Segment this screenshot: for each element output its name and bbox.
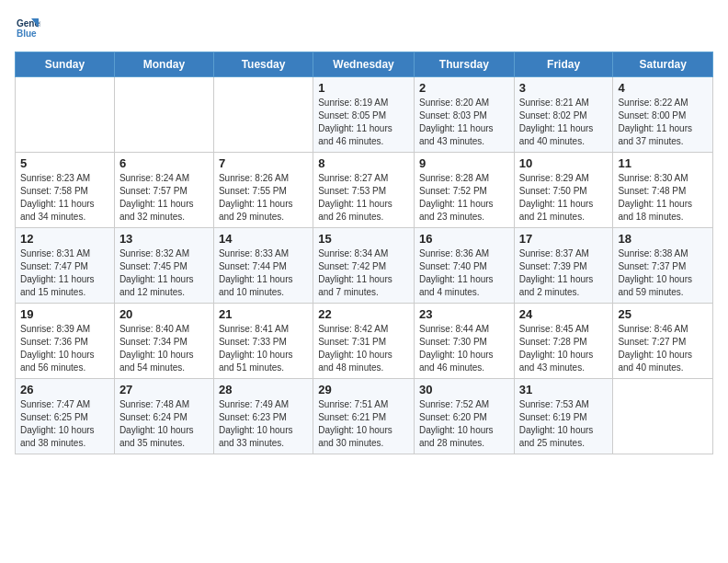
day-info: Sunrise: 7:49 AM Sunset: 6:23 PM Dayligh…	[219, 398, 308, 450]
day-info: Sunrise: 7:51 AM Sunset: 6:21 PM Dayligh…	[318, 398, 409, 450]
calendar-cell: 26Sunrise: 7:47 AM Sunset: 6:25 PM Dayli…	[16, 379, 115, 454]
day-info: Sunrise: 8:36 AM Sunset: 7:40 PM Dayligh…	[419, 247, 509, 299]
day-info: Sunrise: 8:34 AM Sunset: 7:42 PM Dayligh…	[318, 247, 409, 299]
day-info: Sunrise: 8:22 AM Sunset: 8:00 PM Dayligh…	[618, 97, 708, 148]
calendar-cell: 28Sunrise: 7:49 AM Sunset: 6:23 PM Dayli…	[213, 379, 313, 454]
day-number: 20	[119, 307, 209, 321]
day-number: 21	[219, 307, 308, 321]
weekday-header-saturday: Saturday	[613, 52, 713, 77]
logo-icon: General Blue	[15, 15, 40, 40]
calendar-cell: 20Sunrise: 8:40 AM Sunset: 7:34 PM Dayli…	[114, 304, 213, 379]
day-number: 3	[519, 81, 609, 95]
day-info: Sunrise: 8:41 AM Sunset: 7:33 PM Dayligh…	[219, 323, 308, 374]
weekday-header-monday: Monday	[114, 52, 213, 77]
day-info: Sunrise: 8:44 AM Sunset: 7:30 PM Dayligh…	[419, 323, 509, 374]
day-info: Sunrise: 8:42 AM Sunset: 7:31 PM Dayligh…	[318, 323, 409, 374]
calendar-week-1: 1Sunrise: 8:19 AM Sunset: 8:05 PM Daylig…	[16, 77, 713, 153]
day-number: 11	[618, 156, 708, 170]
day-number: 13	[119, 232, 209, 246]
day-info: Sunrise: 8:38 AM Sunset: 7:37 PM Dayligh…	[618, 247, 708, 299]
calendar-cell: 6Sunrise: 8:24 AM Sunset: 7:57 PM Daylig…	[114, 153, 213, 228]
day-info: Sunrise: 8:33 AM Sunset: 7:44 PM Dayligh…	[219, 247, 308, 299]
day-number: 25	[618, 307, 708, 321]
day-number: 28	[219, 383, 308, 396]
day-number: 31	[519, 383, 609, 396]
calendar-cell: 22Sunrise: 8:42 AM Sunset: 7:31 PM Dayli…	[313, 304, 415, 379]
weekday-header-sunday: Sunday	[16, 52, 115, 77]
calendar-cell	[613, 379, 713, 454]
calendar-cell: 3Sunrise: 8:21 AM Sunset: 8:02 PM Daylig…	[514, 77, 613, 153]
day-info: Sunrise: 7:47 AM Sunset: 6:25 PM Dayligh…	[20, 398, 109, 450]
day-info: Sunrise: 8:37 AM Sunset: 7:39 PM Dayligh…	[519, 247, 609, 299]
calendar-cell: 2Sunrise: 8:20 AM Sunset: 8:03 PM Daylig…	[414, 77, 514, 153]
day-number: 15	[318, 232, 409, 246]
day-number: 4	[618, 81, 708, 95]
calendar-cell: 29Sunrise: 7:51 AM Sunset: 6:21 PM Dayli…	[313, 379, 415, 454]
calendar-cell: 30Sunrise: 7:52 AM Sunset: 6:20 PM Dayli…	[414, 379, 514, 454]
calendar-cell: 23Sunrise: 8:44 AM Sunset: 7:30 PM Dayli…	[414, 304, 514, 379]
calendar-week-4: 19Sunrise: 8:39 AM Sunset: 7:36 PM Dayli…	[16, 304, 713, 379]
day-info: Sunrise: 8:20 AM Sunset: 8:03 PM Dayligh…	[419, 97, 509, 148]
day-number: 22	[318, 307, 409, 321]
day-info: Sunrise: 8:23 AM Sunset: 7:58 PM Dayligh…	[20, 172, 109, 224]
calendar-cell: 12Sunrise: 8:31 AM Sunset: 7:47 PM Dayli…	[16, 228, 115, 304]
calendar-cell: 1Sunrise: 8:19 AM Sunset: 8:05 PM Daylig…	[313, 77, 415, 153]
calendar-cell	[213, 77, 313, 153]
calendar-cell: 5Sunrise: 8:23 AM Sunset: 7:58 PM Daylig…	[16, 153, 115, 228]
day-info: Sunrise: 8:40 AM Sunset: 7:34 PM Dayligh…	[119, 323, 209, 374]
day-number: 30	[419, 383, 509, 396]
day-info: Sunrise: 8:19 AM Sunset: 8:05 PM Dayligh…	[318, 97, 409, 148]
calendar-cell: 19Sunrise: 8:39 AM Sunset: 7:36 PM Dayli…	[16, 304, 115, 379]
day-info: Sunrise: 7:48 AM Sunset: 6:24 PM Dayligh…	[119, 398, 209, 450]
day-number: 17	[519, 232, 609, 246]
calendar-cell: 18Sunrise: 8:38 AM Sunset: 7:37 PM Dayli…	[613, 228, 713, 304]
calendar-cell: 7Sunrise: 8:26 AM Sunset: 7:55 PM Daylig…	[213, 153, 313, 228]
calendar-cell: 15Sunrise: 8:34 AM Sunset: 7:42 PM Dayli…	[313, 228, 415, 304]
day-number: 9	[419, 156, 509, 170]
calendar-cell: 31Sunrise: 7:53 AM Sunset: 6:19 PM Dayli…	[514, 379, 613, 454]
day-number: 26	[20, 383, 109, 396]
weekday-header-row: SundayMondayTuesdayWednesdayThursdayFrid…	[16, 52, 713, 77]
day-info: Sunrise: 8:46 AM Sunset: 7:27 PM Dayligh…	[618, 323, 708, 374]
calendar-table: SundayMondayTuesdayWednesdayThursdayFrid…	[15, 52, 713, 454]
svg-text:Blue: Blue	[17, 29, 37, 39]
calendar-cell: 11Sunrise: 8:30 AM Sunset: 7:48 PM Dayli…	[613, 153, 713, 228]
day-info: Sunrise: 8:31 AM Sunset: 7:47 PM Dayligh…	[20, 247, 109, 299]
day-info: Sunrise: 7:52 AM Sunset: 6:20 PM Dayligh…	[419, 398, 509, 450]
day-info: Sunrise: 8:39 AM Sunset: 7:36 PM Dayligh…	[20, 323, 109, 374]
day-number: 12	[20, 232, 109, 246]
weekday-header-thursday: Thursday	[414, 52, 514, 77]
weekday-header-tuesday: Tuesday	[213, 52, 313, 77]
calendar-cell: 21Sunrise: 8:41 AM Sunset: 7:33 PM Dayli…	[213, 304, 313, 379]
calendar-week-3: 12Sunrise: 8:31 AM Sunset: 7:47 PM Dayli…	[16, 228, 713, 304]
calendar-body: 1Sunrise: 8:19 AM Sunset: 8:05 PM Daylig…	[16, 77, 713, 454]
day-number: 29	[318, 383, 409, 396]
day-number: 16	[419, 232, 509, 246]
day-info: Sunrise: 8:21 AM Sunset: 8:02 PM Dayligh…	[519, 97, 609, 148]
logo: General Blue	[15, 15, 44, 40]
day-info: Sunrise: 8:28 AM Sunset: 7:52 PM Dayligh…	[419, 172, 509, 224]
calendar-week-2: 5Sunrise: 8:23 AM Sunset: 7:58 PM Daylig…	[16, 153, 713, 228]
calendar-cell: 14Sunrise: 8:33 AM Sunset: 7:44 PM Dayli…	[213, 228, 313, 304]
weekday-header-wednesday: Wednesday	[313, 52, 415, 77]
calendar-cell: 10Sunrise: 8:29 AM Sunset: 7:50 PM Dayli…	[514, 153, 613, 228]
day-number: 23	[419, 307, 509, 321]
day-number: 8	[318, 156, 409, 170]
calendar-cell: 9Sunrise: 8:28 AM Sunset: 7:52 PM Daylig…	[414, 153, 514, 228]
day-number: 10	[519, 156, 609, 170]
weekday-header-friday: Friday	[514, 52, 613, 77]
day-number: 5	[20, 156, 109, 170]
day-info: Sunrise: 8:32 AM Sunset: 7:45 PM Dayligh…	[119, 247, 209, 299]
day-number: 2	[419, 81, 509, 95]
calendar-cell: 13Sunrise: 8:32 AM Sunset: 7:45 PM Dayli…	[114, 228, 213, 304]
day-info: Sunrise: 8:29 AM Sunset: 7:50 PM Dayligh…	[519, 172, 609, 224]
day-info: Sunrise: 8:45 AM Sunset: 7:28 PM Dayligh…	[519, 323, 609, 374]
calendar-cell: 25Sunrise: 8:46 AM Sunset: 7:27 PM Dayli…	[613, 304, 713, 379]
calendar-cell: 17Sunrise: 8:37 AM Sunset: 7:39 PM Dayli…	[514, 228, 613, 304]
calendar-cell: 4Sunrise: 8:22 AM Sunset: 8:00 PM Daylig…	[613, 77, 713, 153]
day-info: Sunrise: 7:53 AM Sunset: 6:19 PM Dayligh…	[519, 398, 609, 450]
day-number: 27	[119, 383, 209, 396]
day-info: Sunrise: 8:26 AM Sunset: 7:55 PM Dayligh…	[219, 172, 308, 224]
calendar-cell	[16, 77, 115, 153]
day-info: Sunrise: 8:24 AM Sunset: 7:57 PM Dayligh…	[119, 172, 209, 224]
